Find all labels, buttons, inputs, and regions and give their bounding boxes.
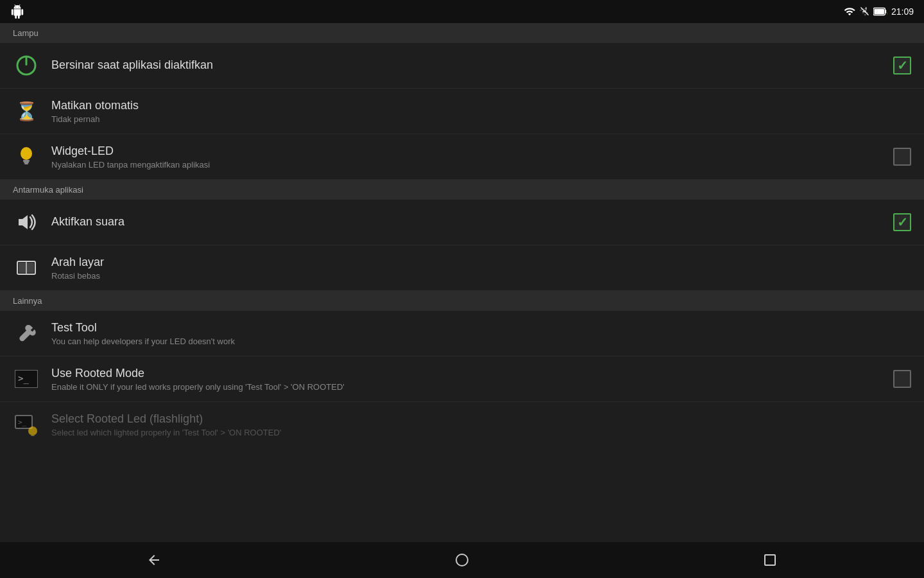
subtitle-matikan: Tidak pernah [51, 114, 911, 124]
control-aktifkan-suara[interactable]: ✓ [893, 213, 911, 231]
checkbox-use-rooted-mode[interactable] [893, 370, 911, 388]
text-arah-layar: Arah layarRotasi bebas [51, 255, 911, 281]
settings-row-select-rooted-led[interactable]: >_ Select Rooted Led (flashlight)Select … [0, 402, 924, 447]
subtitle-select-rooted-led: Select led which lighted properly in 'Te… [51, 428, 911, 437]
subtitle-use-rooted-mode: Enable it ONLY if your led works properl… [51, 382, 883, 392]
svg-rect-9 [24, 163, 28, 164]
time-display: 21:09 [891, 6, 914, 17]
status-bar: ⚡ 21:09 [0, 0, 924, 23]
icon-arah-layar [13, 254, 40, 281]
settings-row-arah-layar[interactable]: Arah layarRotasi bebas [0, 245, 924, 291]
section-header-antarmuka: Antarmuka aplikasi [0, 180, 924, 200]
subtitle-arah-layar: Rotasi bebas [51, 271, 911, 281]
settings-row-test-tool[interactable]: Test ToolYou can help developers if your… [0, 311, 924, 356]
text-widget-led: Widget-LEDNyalakan LED tanpa mengaktifka… [51, 144, 883, 170]
wifi-icon [844, 6, 855, 17]
settings-row-bersinar[interactable]: Bersinar saat aplikasi diaktifkan✓ [0, 43, 924, 89]
svg-text:⚡: ⚡ [886, 11, 887, 15]
title-matikan: Matikan otomatis [51, 98, 911, 113]
text-matikan: Matikan otomatisTidak pernah [51, 98, 911, 124]
title-aktifkan-suara: Aktifkan suara [51, 215, 883, 229]
icon-aktifkan-suara [13, 209, 40, 236]
svg-point-20 [456, 554, 468, 566]
svg-rect-5 [26, 57, 28, 66]
svg-rect-2 [874, 9, 884, 14]
title-widget-led: Widget-LED [51, 144, 883, 159]
nav-bar [0, 542, 924, 578]
checkbox-bersinar[interactable]: ✓ [893, 57, 911, 74]
settings-row-use-rooted-mode[interactable]: >_ Use Rooted ModeEnable it ONLY if your… [0, 356, 924, 402]
text-test-tool: Test ToolYou can help developers if your… [51, 320, 911, 346]
svg-text:>_: >_ [18, 373, 29, 384]
title-arah-layar: Arah layar [51, 255, 911, 270]
svg-marker-10 [19, 215, 28, 229]
control-bersinar[interactable]: ✓ [893, 57, 911, 74]
svg-point-18 [28, 426, 37, 435]
recent-button[interactable] [754, 544, 786, 576]
home-button[interactable] [446, 544, 478, 576]
main-content: Lampu Bersinar saat aplikasi diaktifkan✓… [0, 23, 924, 542]
text-select-rooted-led: Select Rooted Led (flashlight)Select led… [51, 412, 911, 437]
section-header-lainnya: Lainnya [0, 291, 924, 311]
icon-widget-led [13, 143, 40, 170]
icon-use-rooted-mode: >_ [13, 365, 40, 392]
settings-row-aktifkan-suara[interactable]: Aktifkan suara✓ [0, 200, 924, 245]
title-select-rooted-led: Select Rooted Led (flashlight) [51, 412, 911, 426]
subtitle-widget-led: Nyalakan LED tanpa mengaktifkan aplikasi [51, 160, 883, 170]
back-button[interactable] [138, 544, 170, 576]
status-bar-left [10, 4, 24, 19]
svg-rect-19 [31, 435, 35, 436]
status-bar-right: ⚡ 21:09 [844, 6, 914, 17]
section-header-lampu: Lampu [0, 23, 924, 43]
svg-text:>_: >_ [18, 418, 27, 426]
title-use-rooted-mode: Use Rooted Mode [51, 366, 883, 381]
svg-point-6 [21, 147, 32, 160]
signal-icon [859, 6, 869, 17]
text-bersinar: Bersinar saat aplikasi diaktifkan [51, 58, 883, 73]
android-icon [10, 4, 24, 19]
control-use-rooted-mode[interactable] [893, 370, 911, 388]
subtitle-test-tool: You can help developers if your LED does… [51, 337, 911, 346]
svg-rect-21 [765, 555, 775, 565]
settings-row-widget-led[interactable]: Widget-LEDNyalakan LED tanpa mengaktifka… [0, 134, 924, 180]
settings-row-matikan[interactable]: ⏳Matikan otomatisTidak pernah [0, 89, 924, 134]
checkbox-aktifkan-suara[interactable]: ✓ [893, 213, 911, 231]
title-test-tool: Test Tool [51, 320, 911, 335]
checkbox-widget-led[interactable] [893, 148, 911, 166]
text-use-rooted-mode: Use Rooted ModeEnable it ONLY if your le… [51, 366, 883, 392]
icon-bersinar [13, 52, 40, 79]
title-bersinar: Bersinar saat aplikasi diaktifkan [51, 58, 883, 73]
icon-matikan: ⏳ [13, 98, 40, 125]
text-aktifkan-suara: Aktifkan suara [51, 215, 883, 229]
svg-rect-7 [23, 160, 30, 162]
svg-rect-8 [24, 162, 29, 163]
icon-test-tool [13, 320, 40, 347]
control-widget-led[interactable] [893, 148, 911, 166]
battery-icon: ⚡ [873, 7, 887, 16]
icon-select-rooted-led: >_ [13, 411, 40, 438]
